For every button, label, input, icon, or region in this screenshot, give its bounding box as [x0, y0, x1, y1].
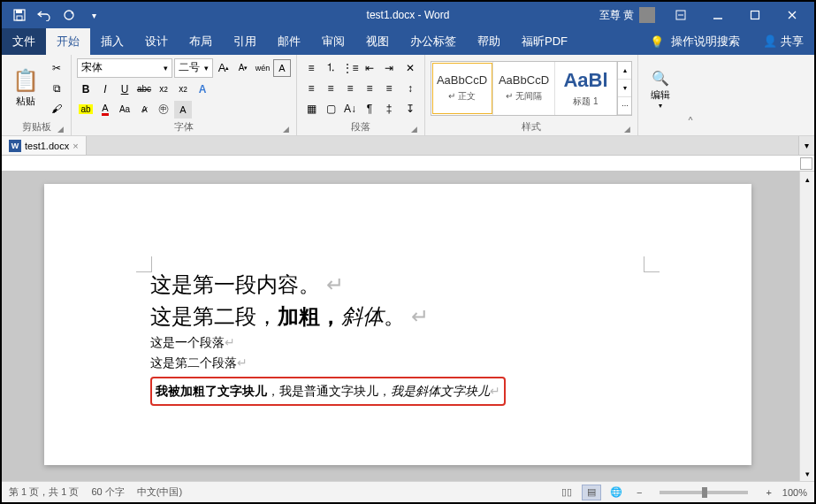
share-button[interactable]: 👤 共享 [763, 34, 804, 50]
page[interactable]: 这是第一段内容。 ↵ 这是第二段，加粗，斜体。 ↵ 这是一个段落↵ 这是第二个段… [44, 184, 751, 465]
save-button[interactable] [9, 4, 30, 26]
grow-font-button[interactable]: A▴ [215, 59, 233, 77]
font-launcher[interactable]: ◢ [283, 125, 289, 134]
phonetic-button[interactable]: wén [254, 59, 271, 77]
doc-paragraph[interactable]: 这是第一段内容。 ↵ [150, 269, 645, 301]
align-right-button[interactable]: ≡ [341, 80, 359, 97]
tab-mailings[interactable]: 邮件 [267, 28, 311, 55]
shrink-font-button[interactable]: A▾ [234, 59, 252, 77]
word-count[interactable]: 60 个字 [91, 485, 124, 499]
user-account[interactable]: 至尊 黄 [599, 7, 655, 23]
collapse-ribbon-button[interactable]: ˄ [683, 55, 698, 135]
bold-button[interactable]: B [77, 80, 95, 98]
styles-launcher[interactable]: ◢ [624, 125, 630, 134]
style-no-spacing[interactable]: AaBbCcD ↵ 无间隔 [493, 62, 555, 115]
tab-design[interactable]: 设计 [134, 28, 179, 55]
minimize-button[interactable] [699, 2, 736, 28]
cut-button[interactable]: ✂ [48, 59, 65, 77]
tabbar-menu[interactable]: ▾ [798, 136, 814, 155]
document-tab[interactable]: W test1.docx × [2, 136, 87, 155]
para-misc-button[interactable]: ↧ [401, 100, 419, 118]
show-marks-button[interactable]: ¶ [361, 100, 378, 118]
subscript-button[interactable]: x2 [155, 80, 172, 98]
tab-help[interactable]: 帮助 [467, 28, 511, 55]
tab-layout[interactable]: 布局 [179, 28, 223, 55]
numbering-button[interactable]: ⒈ [322, 59, 339, 77]
style-heading1[interactable]: AaBl 标题 1 [555, 62, 617, 115]
paragraph-launcher[interactable]: ◢ [411, 125, 417, 134]
tab-review[interactable]: 审阅 [311, 28, 355, 55]
language-status[interactable]: 中文(中国) [137, 485, 182, 499]
line-spacing-button[interactable]: ‡ [380, 100, 398, 118]
clear-format-button[interactable]: A̷ [135, 101, 153, 118]
highlight-color-button[interactable]: ab [77, 101, 95, 118]
font-name-combo[interactable]: 宋体▾ [77, 58, 172, 78]
zoom-in-button[interactable]: + [760, 487, 776, 498]
increase-indent-button[interactable]: ⇥ [380, 59, 398, 77]
scroll-track[interactable] [800, 187, 814, 466]
tab-home[interactable]: 开始 [46, 28, 90, 55]
align-center-button[interactable]: ≡ [322, 80, 339, 97]
text-effects-button[interactable]: A [194, 80, 211, 98]
doc-paragraph[interactable]: 我被加粗了文字块儿，我是普通文字块儿，我是斜体文字块儿↵ [156, 385, 500, 398]
font-size-combo[interactable]: 二号▾ [174, 58, 213, 78]
print-layout-button[interactable]: ▤ [582, 485, 601, 500]
strike-button[interactable]: abc [135, 80, 153, 98]
superscript-button[interactable]: x2 [174, 80, 192, 98]
doc-paragraph[interactable]: 这是第二个段落↵ [150, 353, 645, 373]
zoom-out-button[interactable]: − [631, 487, 647, 498]
zoom-thumb[interactable] [702, 487, 707, 498]
doc-paragraph[interactable]: 这是第二段，加粗，斜体。 ↵ [150, 301, 645, 332]
page-status[interactable]: 第 1 页，共 1 页 [9, 485, 79, 499]
close-tab-button[interactable]: × [72, 141, 78, 151]
shading-button[interactable]: ▦ [302, 100, 320, 118]
ruler-toggle[interactable] [800, 157, 812, 170]
web-layout-button[interactable]: 🌐 [606, 485, 626, 500]
zoom-level[interactable]: 100% [782, 487, 807, 498]
scroll-up-button[interactable]: ▴ [800, 172, 814, 187]
tab-view[interactable]: 视图 [355, 28, 400, 55]
borders-button[interactable]: ▢ [322, 100, 339, 118]
redo-button[interactable] [58, 4, 80, 26]
justify-button[interactable]: ≡ [361, 80, 378, 97]
undo-button[interactable] [34, 4, 55, 26]
underline-button[interactable]: U [116, 80, 133, 98]
line-spacing2-button[interactable]: ↕ [401, 80, 419, 97]
clipboard-launcher[interactable]: ◢ [57, 125, 64, 134]
circled-char-button[interactable]: ㊥ [155, 101, 172, 118]
tab-foxit[interactable]: 福昕PDF [511, 28, 578, 55]
tab-references[interactable]: 引用 [223, 28, 267, 55]
scroll-down-button[interactable]: ▾ [800, 466, 814, 481]
distributed-button[interactable]: ≡ [380, 80, 398, 97]
tab-file[interactable]: 文件 [2, 28, 46, 55]
copy-button[interactable]: ⧉ [48, 80, 65, 97]
sort-button[interactable]: A↓ [341, 100, 359, 118]
maximize-button[interactable] [736, 2, 774, 28]
bullets-button[interactable]: ≡ [302, 59, 320, 77]
multilevel-button[interactable]: ⋮≡ [341, 59, 359, 77]
tell-me-input[interactable]: 操作说明搜索 [671, 34, 740, 50]
paste-button[interactable]: 📋 粘贴 [7, 59, 44, 118]
horizontal-ruler[interactable] [2, 156, 814, 172]
font-color-button[interactable]: A [96, 101, 114, 118]
format-painter-button[interactable]: 🖌 [48, 100, 65, 118]
zoom-slider[interactable] [660, 491, 748, 494]
close-button[interactable] [774, 2, 811, 28]
tab-insert[interactable]: 插入 [90, 28, 134, 55]
styles-gallery-more[interactable]: ▴▾⋯ [617, 62, 631, 115]
tab-office-tabs[interactable]: 办公标签 [400, 28, 467, 55]
change-case-button[interactable]: Aa [116, 101, 133, 118]
align-left-button[interactable]: ≡ [302, 80, 320, 97]
asian-layout-button[interactable]: ✕ [401, 59, 419, 77]
qat-customize[interactable]: ▾ [83, 4, 104, 26]
decrease-indent-button[interactable]: ⇤ [361, 59, 378, 77]
ribbon-options-button[interactable] [662, 2, 699, 28]
style-normal[interactable]: AaBbCcD ↵ 正文 [431, 62, 493, 115]
char-border-button[interactable]: A [273, 59, 291, 77]
italic-button[interactable]: I [96, 80, 114, 98]
vertical-scrollbar[interactable]: ▴ ▾ [799, 172, 814, 481]
char-shading-button[interactable]: A [174, 101, 192, 118]
doc-paragraph[interactable]: 这是一个段落↵ [150, 332, 645, 353]
read-mode-button[interactable]: ▯▯ [557, 485, 576, 500]
editing-dropdown[interactable]: 🔍 编辑 ▾ [644, 60, 677, 118]
